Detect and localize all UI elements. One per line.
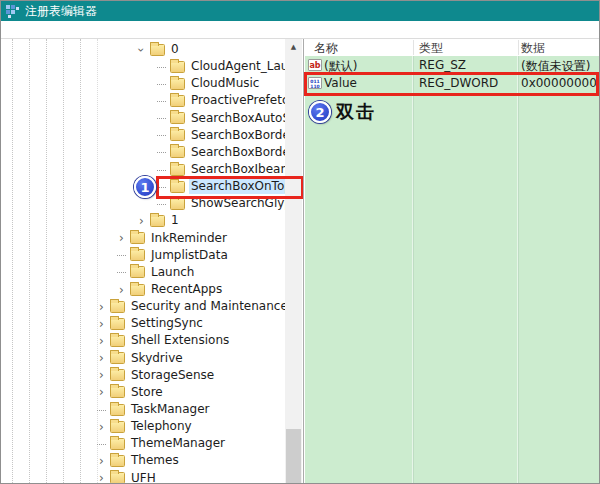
menu-item[interactable]: [65, 29, 81, 31]
tree-item[interactable]: ProactivePrefetchInt: [1, 92, 285, 109]
menu-bar: [1, 21, 599, 39]
column-header-data[interactable]: 数据: [521, 40, 545, 57]
registry-tree-pane: 0 CloudAgent_LaunchA CloudMusic Proactiv…: [1, 39, 304, 483]
tree-item[interactable]: CloudAgent_LaunchA: [1, 58, 285, 75]
tree-item[interactable]: SearchBoxAutoSugg: [1, 110, 285, 127]
menu-item[interactable]: [17, 29, 33, 31]
folder-icon: [110, 301, 125, 313]
chevron-icon[interactable]: [155, 147, 168, 157]
tree-item[interactable]: UFH: [1, 470, 285, 483]
folder-icon: [110, 438, 125, 450]
folder-icon: [110, 318, 125, 330]
chevron-icon[interactable]: [95, 370, 108, 380]
column-divider[interactable]: [413, 40, 414, 55]
chevron-icon[interactable]: [95, 387, 108, 397]
title-bar[interactable]: 注册表编辑器: [1, 1, 599, 21]
tree-item-label: SettingSync: [129, 316, 205, 331]
step-2-badge: 2: [309, 101, 331, 123]
chevron-icon[interactable]: [95, 353, 108, 363]
chevron-icon[interactable]: [115, 250, 128, 260]
folder-icon: [130, 249, 145, 261]
tree-item[interactable]: InkReminder: [1, 230, 285, 247]
chevron-icon[interactable]: [95, 473, 108, 483]
menu-item[interactable]: [1, 29, 17, 31]
tree-item-label: SearchBoxIbeamPoi: [189, 162, 285, 177]
values-body: ab (默认) REG_SZ (数值未设置) 011 110 Value REG…: [305, 56, 599, 483]
menu-item[interactable]: [49, 29, 65, 31]
chevron-icon[interactable]: [155, 199, 168, 209]
folder-icon: [170, 78, 185, 90]
chevron-icon[interactable]: [155, 130, 168, 140]
chevron-icon[interactable]: [155, 79, 168, 89]
chevron-icon[interactable]: [95, 439, 108, 449]
tree-item[interactable]: SearchBoxBorderTh: [1, 144, 285, 161]
registry-editor-window: 注册表编辑器 0 CloudAgent_L: [0, 0, 600, 484]
tree-item[interactable]: Security and Maintenance: [1, 298, 285, 315]
tree-item-label: JumplistData: [149, 248, 230, 263]
tree-scrollbar[interactable]: ▲: [285, 39, 302, 483]
chevron-icon[interactable]: [115, 285, 128, 295]
tree-item-label: TaskManager: [129, 402, 212, 417]
window-body: 0 CloudAgent_LaunchA CloudMusic Proactiv…: [1, 39, 599, 483]
values-pane: 名称 类型 数据 ab (默认) REG_SZ (数值未设置) 011 110: [305, 39, 599, 483]
folder-icon: [110, 352, 125, 364]
tree-item[interactable]: Themes: [1, 452, 285, 469]
tree-item[interactable]: SearchBoxBorderCo: [1, 127, 285, 144]
menu-item[interactable]: [33, 29, 49, 31]
folder-icon: [110, 421, 125, 433]
chevron-icon[interactable]: [95, 302, 108, 312]
tree-item-label: RecentApps: [149, 282, 224, 297]
chevron-icon[interactable]: [95, 319, 108, 329]
tree-item[interactable]: Shell Extensions: [1, 332, 285, 349]
tree-rows: 0 CloudAgent_LaunchA CloudMusic Proactiv…: [1, 41, 285, 483]
folder-icon: [110, 455, 125, 467]
tree-item[interactable]: StorageSense: [1, 367, 285, 384]
folder-icon: [170, 112, 185, 124]
tree-item[interactable]: Telephony: [1, 418, 285, 435]
registry-icon: [6, 5, 19, 18]
tree-item-label: Skydrive: [129, 351, 185, 366]
tree-item[interactable]: CloudMusic: [1, 75, 285, 92]
chevron-icon[interactable]: [115, 233, 128, 243]
column-header-type[interactable]: 类型: [419, 40, 443, 57]
folder-icon: [170, 129, 185, 141]
tree-item[interactable]: JumplistData: [1, 247, 285, 264]
values-header: 名称 类型 数据: [305, 39, 599, 56]
tree-item[interactable]: Skydrive: [1, 350, 285, 367]
tree-item-label: Launch: [149, 265, 196, 280]
tree-item-label: Store: [129, 385, 165, 400]
chevron-icon[interactable]: [95, 422, 108, 432]
tree-item[interactable]: 0: [1, 41, 285, 58]
scrollbar-thumb[interactable]: [286, 429, 301, 483]
folder-icon: [170, 198, 185, 210]
value-type-icon: ab: [308, 59, 322, 71]
tree-item-label: ThemeManager: [129, 436, 227, 451]
tree-item-label: InkReminder: [149, 231, 229, 246]
tree-item-label: SearchBoxBorderCo: [189, 128, 285, 143]
chevron-icon[interactable]: [95, 336, 108, 346]
chevron-icon[interactable]: [115, 267, 128, 277]
tree-item[interactable]: Launch: [1, 264, 285, 281]
tree-item[interactable]: SettingSync: [1, 315, 285, 332]
tree-item[interactable]: Store: [1, 384, 285, 401]
chevron-icon[interactable]: [155, 165, 168, 175]
tree-item[interactable]: RecentApps: [1, 281, 285, 298]
chevron-icon[interactable]: [135, 45, 148, 55]
chevron-icon[interactable]: [95, 456, 108, 466]
tree-item-label: ProactivePrefetchInt: [189, 93, 285, 108]
column-divider[interactable]: [518, 40, 519, 55]
chevron-icon[interactable]: [155, 62, 168, 72]
chevron-icon[interactable]: [155, 96, 168, 106]
folder-icon: [130, 266, 145, 278]
column-header-name[interactable]: 名称: [314, 40, 338, 57]
tree-item[interactable]: 1: [1, 212, 285, 229]
tree-item[interactable]: TaskManager: [1, 401, 285, 418]
chevron-icon[interactable]: [135, 216, 148, 226]
folder-icon: [170, 164, 185, 176]
scrollbar-up-icon[interactable]: ▲: [285, 39, 302, 54]
folder-icon: [110, 472, 125, 483]
chevron-icon[interactable]: [155, 113, 168, 123]
tree-item[interactable]: ThemeManager: [1, 435, 285, 452]
chevron-icon[interactable]: [95, 405, 108, 415]
tree-item-label: CloudAgent_LaunchA: [189, 59, 285, 74]
